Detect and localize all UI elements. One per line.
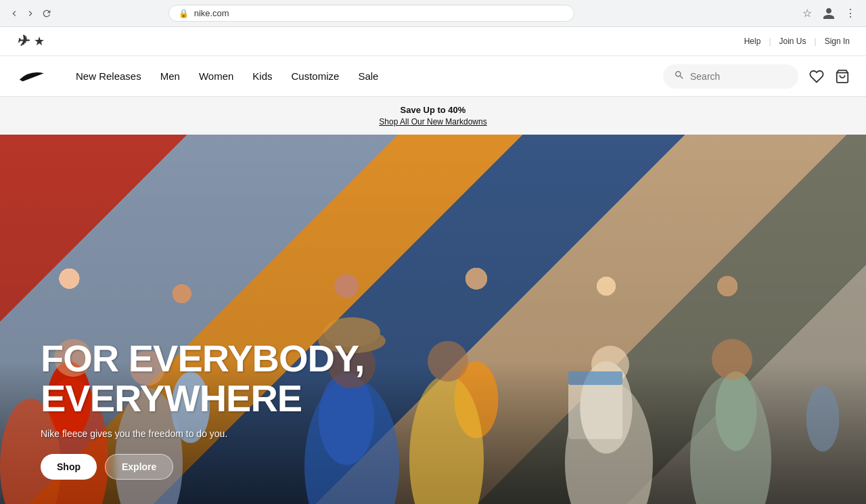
search-bar[interactable]	[663, 64, 798, 89]
nav-item-sale[interactable]: Sale	[358, 70, 378, 83]
nav-right	[663, 64, 850, 89]
lock-icon: 🔒	[179, 9, 189, 18]
svg-rect-18	[568, 371, 622, 385]
promo-banner: Save Up to 40% Shop All Our New Markdown…	[0, 97, 866, 135]
promo-link[interactable]: Shop All Our New Markdowns	[379, 117, 486, 127]
hero-subtext: Nike fleece gives you the freedom to do …	[41, 428, 365, 439]
nav-item-women[interactable]: Women	[199, 70, 233, 83]
women-link[interactable]: Women	[199, 70, 233, 82]
promo-title: Save Up to 40%	[8, 105, 858, 115]
browser-chrome: 🔒 nike.com ☆ ⋮	[0, 0, 866, 27]
main-navbar: New Releases Men Women Kids Customize Sa…	[0, 56, 866, 97]
hero-headline: FOR EVERYBODY, EVERYWHERE	[41, 339, 365, 419]
bookmarks-icon[interactable]: ☆	[800, 6, 815, 21]
browser-nav-controls[interactable]	[8, 7, 53, 20]
join-link[interactable]: Join Us	[779, 37, 806, 46]
nike-logo[interactable]	[16, 66, 49, 87]
kids-link[interactable]: Kids	[252, 70, 272, 82]
new-releases-link[interactable]: New Releases	[76, 70, 141, 82]
nav-item-kids[interactable]: Kids	[252, 70, 272, 83]
converse-logo: ★	[34, 34, 45, 49]
help-link[interactable]: Help	[744, 37, 761, 46]
brand-logos: ✈ ★	[16, 32, 45, 50]
hero-section: FOR EVERYBODY, EVERYWHERE Nike fleece gi…	[0, 135, 866, 504]
nav-item-men[interactable]: Men	[160, 70, 180, 83]
shop-button[interactable]: Shop	[41, 454, 97, 480]
hero-content: FOR EVERYBODY, EVERYWHERE Nike fleece gi…	[0, 339, 405, 504]
reload-button[interactable]	[41, 7, 53, 20]
cart-button[interactable]	[835, 69, 850, 84]
svg-point-11	[428, 341, 468, 382]
nav-links: New Releases Men Women Kids Customize Sa…	[76, 70, 663, 83]
search-input[interactable]	[690, 71, 788, 82]
sale-link[interactable]: Sale	[358, 70, 378, 82]
hero-headline-line1: FOR EVERYBODY,	[41, 337, 365, 380]
svg-point-15	[712, 339, 752, 380]
search-icon	[674, 70, 685, 83]
men-link[interactable]: Men	[160, 70, 180, 82]
browser-right-icons: ☆ ⋮	[800, 6, 858, 21]
svg-rect-17	[568, 378, 622, 439]
divider: |	[769, 37, 771, 46]
profile-icon[interactable]	[821, 6, 836, 21]
explore-button[interactable]: Explore	[105, 454, 173, 480]
back-button[interactable]	[8, 7, 20, 20]
nike-swoosh-icon	[16, 66, 49, 87]
hero-headline-line2: EVERYWHERE	[41, 377, 302, 419]
customize-link[interactable]: Customize	[292, 70, 340, 82]
url-text: nike.com	[194, 8, 229, 18]
forward-button[interactable]	[24, 7, 37, 20]
extensions-icon[interactable]: ⋮	[843, 6, 858, 21]
address-bar[interactable]: 🔒 nike.com	[168, 5, 574, 22]
hero-buttons: Shop Explore	[41, 454, 365, 480]
utility-bar: ✈ ★ Help | Join Us | Sign In	[0, 27, 866, 56]
jordan-logo: ✈	[16, 32, 28, 50]
sign-in-link[interactable]: Sign In	[825, 37, 850, 46]
wishlist-button[interactable]	[809, 69, 824, 84]
nav-item-customize[interactable]: Customize	[292, 70, 340, 83]
nav-item-new-releases[interactable]: New Releases	[76, 70, 141, 83]
divider2: |	[815, 37, 817, 46]
